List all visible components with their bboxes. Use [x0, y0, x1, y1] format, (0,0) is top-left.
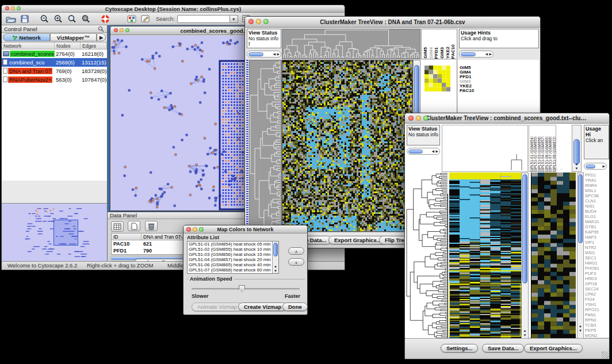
- attr-scroll-down[interactable]: ▼: [273, 269, 278, 273]
- tv2-heatmap[interactable]: [449, 173, 521, 339]
- col-edges[interactable]: Edges: [81, 43, 107, 49]
- tv2-vs-scroll-thumb[interactable]: [408, 150, 423, 154]
- save-button[interactable]: [18, 14, 31, 24]
- tv2-vscroll-thumb[interactable]: [522, 174, 527, 283]
- tv1-minimize-button[interactable]: [256, 19, 261, 24]
- gene-label[interactable]: HAP3: [585, 235, 609, 240]
- tv2-column-label[interactable]: GPL51-08 (GSM872): [552, 136, 556, 171]
- tv1-vs-scroll-right-arrow[interactable]: ▶: [277, 51, 280, 58]
- tv2-view-status-scrollbar[interactable]: ◀ ▶: [407, 148, 440, 155]
- tv1-close-button[interactable]: [248, 19, 254, 24]
- gene-label[interactable]: PFD1: [585, 173, 609, 178]
- network-list-row[interactable]: DNA and Tran 07 769(0) 183728(0): [2, 67, 107, 75]
- animation-speed-slider[interactable]: [192, 288, 300, 290]
- tv2-vs-scroll-left-arrow[interactable]: ◀: [431, 148, 434, 155]
- tab-network[interactable]: Network: [3, 33, 50, 41]
- gene-label[interactable]: PEP5: [585, 328, 609, 333]
- gene-label[interactable]: YRA1: [585, 178, 609, 183]
- attr-scroll-thumb[interactable]: [273, 243, 278, 256]
- attribute-select-button[interactable]: [111, 221, 124, 232]
- gene-label[interactable]: RNR4: [585, 183, 609, 188]
- done-button[interactable]: Done: [282, 302, 308, 311]
- tv2-top-vscroll-thumb[interactable]: [573, 139, 580, 164]
- gene-label[interactable]: SEC1: [585, 255, 609, 260]
- col-nodes[interactable]: Nodes: [55, 43, 81, 49]
- gene-label[interactable]: NIS1: [585, 204, 609, 209]
- network-list-row[interactable]: RNAPuberNov2+ 563(0) 107847(0): [2, 75, 107, 84]
- tv2-top-vscrollbar[interactable]: ▲ ▼: [572, 125, 582, 172]
- tv2-genelist-thumb[interactable]: [578, 174, 583, 243]
- tv2-usage-scroll-right-arrow[interactable]: ▶: [602, 163, 605, 170]
- tv2-close-button[interactable]: [408, 116, 414, 121]
- tv2-column-label[interactable]: GPL51-02 (GSM855): [533, 136, 537, 171]
- network-list-row[interactable]: combined_scores 2764(0) 16218(0): [2, 49, 107, 58]
- search-dropdown-arrow[interactable]: ▼: [230, 15, 238, 23]
- dialog-minimize-button[interactable]: [193, 227, 197, 232]
- annotation-button[interactable]: [139, 14, 152, 24]
- dialog-close-button[interactable]: [186, 227, 191, 232]
- tv2-top-vscroll-up[interactable]: ▲: [572, 162, 581, 166]
- tv2-heatmap-vscrollbar[interactable]: ▲ ▼: [521, 173, 529, 339]
- child-close-button[interactable]: [114, 28, 118, 32]
- gene-label[interactable]: RPN1: [585, 317, 609, 323]
- tv1-column-label[interactable]: YKE2: [445, 47, 451, 59]
- attribute-item[interactable]: GPL51-04 (GSM857) heat shock 20 min: [188, 257, 278, 262]
- vizmapper-button[interactable]: [125, 14, 138, 24]
- move-attribute-down-button[interactable]: ∨: [288, 258, 304, 266]
- gene-label[interactable]: YSH1: [585, 302, 609, 307]
- treeview1-titlebar[interactable]: ClusterMaker TreeView : DNA and Tran 07-…: [245, 17, 540, 28]
- tv1-usage-scrollbar[interactable]: ◀ ▶: [459, 51, 494, 58]
- gene-label[interactable]: KAP95: [585, 229, 609, 235]
- tv2-genelist-scrollbar[interactable]: ▲ ▼: [577, 173, 584, 339]
- tv2-genelist-up-arrow[interactable]: ▲: [577, 324, 583, 328]
- gene-label[interactable]: GTB1: [585, 224, 609, 229]
- open-file-button[interactable]: [5, 14, 17, 24]
- attr-col-id[interactable]: ID: [112, 233, 141, 240]
- gene-label[interactable]: CLN1: [585, 198, 609, 204]
- tv2-column-dendrogram[interactable]: [442, 125, 528, 172]
- gene-label[interactable]: TCB3: [585, 323, 609, 328]
- tv1-column-label[interactable]: GIM3: [439, 47, 445, 59]
- tv1-row-label[interactable]: PAC10: [460, 89, 474, 93]
- gene-label[interactable]: RPO21: [585, 307, 609, 312]
- gene-label[interactable]: PHO81: [585, 266, 609, 271]
- close-button[interactable]: [5, 6, 9, 10]
- zoom-out-button[interactable]: [38, 14, 51, 24]
- gene-label[interactable]: NTR2: [585, 245, 609, 250]
- gene-label[interactable]: HMG1: [585, 260, 609, 266]
- tv1-vs-scroll-left-arrow[interactable]: ◀: [273, 51, 276, 58]
- tv1-correlation-thumbnail[interactable]: [424, 66, 450, 91]
- overview-viewport-rect[interactable]: [53, 220, 78, 246]
- tv1-row-dendrogram[interactable]: [249, 60, 282, 232]
- tv1-column-label[interactable]: GIM4: [429, 47, 434, 59]
- gene-label[interactable]: MSI1: [585, 250, 609, 255]
- tv2-save-data-button[interactable]: Save Data...: [482, 344, 524, 352]
- tv2-column-label[interactable]: GPL51-04 (GSM857): [541, 136, 544, 171]
- tv2-top-vscroll-down[interactable]: ▼: [572, 167, 581, 171]
- tv1-heatmap[interactable]: [282, 60, 413, 232]
- tv2-row-dendrogram[interactable]: [406, 173, 448, 339]
- tv1-usage-scroll-thumb[interactable]: [461, 52, 476, 56]
- dialog-zoom-button[interactable]: [199, 227, 204, 232]
- network-overview-panel[interactable]: [2, 203, 107, 262]
- tv2-vs-scroll-right-arrow[interactable]: ▶: [435, 148, 438, 155]
- zoom-window-button[interactable]: [17, 6, 21, 10]
- attribute-item[interactable]: GPL51-03 (GSM856) heat shock 15 min: [188, 252, 278, 257]
- zoom-selected-button[interactable]: [79, 14, 92, 24]
- gene-label[interactable]: BUD4: [585, 209, 609, 214]
- gene-label[interactable]: MON2: [585, 333, 609, 338]
- gene-label[interactable]: MSL1: [585, 188, 609, 193]
- zoom-fit-button[interactable]: [66, 14, 78, 24]
- gene-label[interactable]: ELG1: [585, 214, 609, 219]
- tv2-vscroll-up-arrow[interactable]: ▲: [522, 329, 528, 333]
- attr-scroll-up[interactable]: ▲: [273, 265, 278, 269]
- gene-label[interactable]: FIG4: [585, 297, 609, 302]
- child-minimize-button[interactable]: [120, 28, 124, 32]
- zoom-in-button[interactable]: [52, 14, 64, 24]
- col-network[interactable]: Network: [2, 43, 55, 49]
- tv1-usage-scroll-right-arrow[interactable]: ▶: [489, 51, 492, 58]
- new-attribute-button[interactable]: [128, 221, 140, 231]
- tv2-usage-scrollbar[interactable]: ▶: [584, 163, 607, 170]
- main-titlebar[interactable]: Cytoscape Desktop (Session Name: collins…: [2, 5, 345, 13]
- create-vizmap-button[interactable]: Create Vizmap: [238, 302, 287, 311]
